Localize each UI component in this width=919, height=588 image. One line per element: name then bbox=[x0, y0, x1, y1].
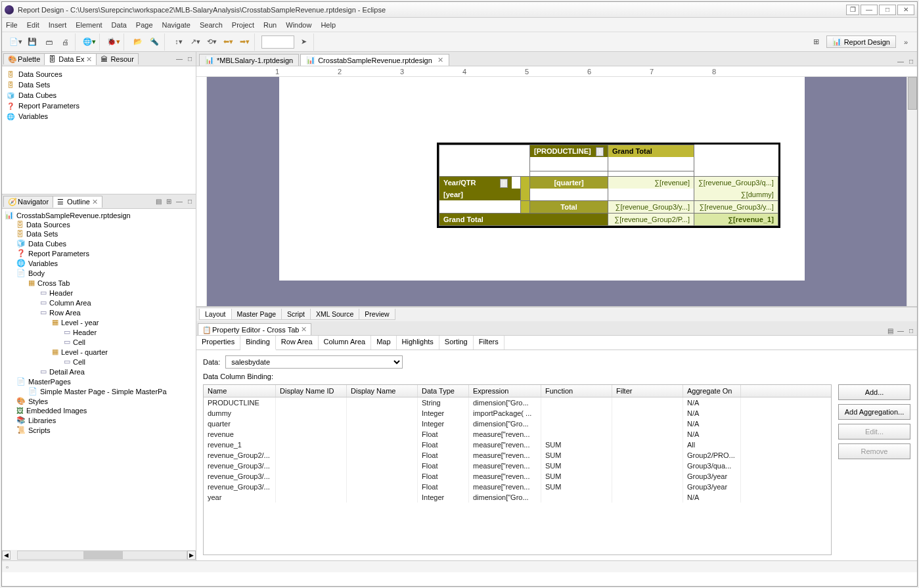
table-row[interactable]: PRODUCTLINEStringdimension["Gro...N/A bbox=[204, 397, 831, 408]
outline-root[interactable]: 📊CrosstabSampleRevenue.rptdesign bbox=[5, 210, 193, 220]
minimize-button[interactable]: — bbox=[861, 5, 878, 15]
zoom-select[interactable] bbox=[261, 35, 294, 49]
outline-scripts[interactable]: 📜Scripts bbox=[5, 425, 193, 435]
menu-project[interactable]: Project bbox=[232, 21, 254, 29]
table-row[interactable]: revenue_Group3/...Floatmeasure["reven...… bbox=[204, 471, 831, 482]
table-row[interactable]: revenue_Group3/...Floatmeasure["reven...… bbox=[204, 461, 831, 471]
window-button-aux[interactable]: ❐ bbox=[846, 5, 859, 15]
editor-tab-crosstabsample[interactable]: 📊 CrosstabSampleRevenue.rptdesign ✕ bbox=[300, 54, 449, 66]
table-row[interactable]: quarterIntegerdimension["Gro...N/A bbox=[204, 418, 831, 429]
menu-page[interactable]: Page bbox=[136, 21, 153, 29]
variables-item[interactable]: 🌐Variables bbox=[6, 111, 192, 122]
col-function[interactable]: Function bbox=[541, 385, 612, 397]
close-icon[interactable]: ✕ bbox=[92, 198, 98, 206]
menu-search[interactable]: Search bbox=[200, 21, 223, 29]
scroll-left-button[interactable]: ◀ bbox=[2, 551, 11, 560]
print-button[interactable]: 🖨 bbox=[58, 35, 72, 49]
nav-button-3[interactable]: ⟲▾ bbox=[204, 35, 219, 49]
yearqtr-cell[interactable]: Year/QTR bbox=[443, 179, 476, 187]
tab-preview[interactable]: Preview bbox=[359, 309, 395, 320]
revenue-g3y-a-cell[interactable]: ∑[revenue_Group3/y...] bbox=[608, 201, 694, 213]
debug-button[interactable]: 🐞▾ bbox=[106, 35, 121, 49]
save-all-button[interactable]: 🗃 bbox=[41, 35, 56, 49]
tab-master-page[interactable]: Master Page bbox=[231, 309, 282, 320]
col-name[interactable]: Name bbox=[204, 385, 276, 397]
menu-file[interactable]: File bbox=[6, 21, 18, 29]
outline-body[interactable]: 📄Body bbox=[5, 268, 193, 278]
outline-level-quarter-cell[interactable]: ▭Cell bbox=[5, 357, 193, 367]
minimize-editor-button[interactable]: — bbox=[896, 57, 905, 66]
menu-element[interactable]: Element bbox=[76, 21, 102, 29]
data-cubes-item[interactable]: 🧊Data Cubes bbox=[6, 90, 192, 101]
revenue-g2p-cell[interactable]: ∑[revenue_Group2/P...] bbox=[608, 214, 694, 225]
report-page[interactable]: [PRODUCTLINE]⋮ Grand Total Year/QTR⋮ [ye… bbox=[279, 77, 805, 281]
open-perspective-button[interactable]: ⊞ bbox=[809, 35, 824, 49]
outline-variables[interactable]: 🌐Variables bbox=[5, 258, 193, 268]
menu-data[interactable]: Data bbox=[112, 21, 127, 29]
maximize-panel-button[interactable]: □ bbox=[185, 197, 194, 206]
maximize-button[interactable]: □ bbox=[879, 5, 896, 15]
binding-table[interactable]: Name Display Name ID Display Name Data T… bbox=[203, 384, 832, 555]
subtab-properties[interactable]: Properties bbox=[196, 336, 240, 350]
search-button[interactable]: 🔦 bbox=[147, 35, 162, 49]
crosstab-widget[interactable]: [PRODUCTLINE]⋮ Grand Total Year/QTR⋮ [ye… bbox=[437, 143, 780, 228]
menu-window[interactable]: Window bbox=[286, 21, 311, 29]
edit-button[interactable]: Edit... bbox=[838, 424, 910, 440]
col-display-id[interactable]: Display Name ID bbox=[276, 385, 347, 397]
prop-toolbar-1[interactable]: ▤ bbox=[885, 326, 895, 335]
new-dropdown-button[interactable]: 📄▾ bbox=[9, 35, 23, 49]
outline-styles[interactable]: 🎨Styles bbox=[5, 396, 193, 406]
tab-xml-source[interactable]: XML Source bbox=[310, 309, 359, 320]
outline-level-quarter[interactable]: ▦Level - quarter bbox=[5, 347, 193, 357]
col-aggregate-on[interactable]: Aggregate On bbox=[683, 385, 741, 397]
table-row[interactable]: revenue_1Floatmeasure["reven...SUMAll bbox=[204, 440, 831, 450]
perspective-more[interactable]: » bbox=[899, 35, 913, 49]
outline-libraries[interactable]: 📚Libraries bbox=[5, 415, 193, 425]
revenue-cell[interactable]: ∑[revenue] bbox=[608, 177, 694, 189]
tab-property-editor[interactable]: 📋 Property Editor - Cross Tab ✕ bbox=[198, 323, 311, 335]
col-data-type[interactable]: Data Type bbox=[418, 385, 469, 397]
menu-edit[interactable]: Edit bbox=[27, 21, 39, 29]
subtab-column-area[interactable]: Column Area bbox=[319, 336, 372, 350]
add-aggregation-button[interactable]: Add Aggregation... bbox=[838, 404, 910, 420]
cursor-button[interactable]: ➤ bbox=[296, 35, 311, 49]
tab-layout[interactable]: Layout bbox=[199, 309, 232, 320]
grandtotal-row-cell[interactable]: Grand Total bbox=[439, 214, 608, 225]
nav-button-2[interactable]: ↗▾ bbox=[188, 35, 202, 49]
menu-help[interactable]: Help bbox=[321, 21, 336, 29]
outline-level-year-cell[interactable]: ▭Cell bbox=[5, 337, 193, 347]
subtab-map[interactable]: Map bbox=[371, 336, 396, 350]
menu-insert[interactable]: Insert bbox=[49, 21, 67, 29]
scrollbar-horizontal[interactable] bbox=[17, 551, 187, 560]
outline-embedded-images[interactable]: 🖼Embedded Images bbox=[5, 406, 193, 415]
year-cell[interactable]: [year] bbox=[443, 191, 463, 198]
col-expression[interactable]: Expression bbox=[469, 385, 541, 397]
outline-data-sources[interactable]: 🗄Data Sources bbox=[5, 220, 193, 229]
productline-cell[interactable]: [PRODUCTLINE] bbox=[534, 147, 591, 155]
outline-column-area[interactable]: ▭Column Area bbox=[5, 298, 193, 307]
close-icon[interactable]: ✕ bbox=[86, 55, 92, 64]
report-parameters-item[interactable]: ❓Report Parameters bbox=[6, 101, 192, 111]
data-sources-item[interactable]: 🗄Data Sources bbox=[6, 69, 192, 79]
revenue-g3q-cell[interactable]: ∑[revenue_Group3/q...] bbox=[694, 177, 778, 189]
table-row[interactable]: dummyIntegerimportPackage( ...N/A bbox=[204, 408, 831, 418]
subtab-highlights[interactable]: Highlights bbox=[397, 336, 439, 350]
outline-simple-master[interactable]: 📄Simple Master Page - Simple MasterPa bbox=[5, 386, 193, 396]
tab-outline[interactable]: ☰ Outline ✕ bbox=[53, 196, 102, 208]
maximize-editor-button[interactable]: □ bbox=[907, 57, 916, 66]
outline-report-parameters[interactable]: ❓Report Parameters bbox=[5, 248, 193, 258]
open-button[interactable]: 📂 bbox=[131, 35, 145, 49]
subtab-row-area[interactable]: Row Area bbox=[276, 336, 319, 350]
table-row[interactable]: revenue_Group2/...Floatmeasure["reven...… bbox=[204, 450, 831, 461]
outline-detail-area[interactable]: ▭Detail Area bbox=[5, 367, 193, 376]
minimize-panel-button[interactable]: — bbox=[896, 326, 905, 335]
close-icon[interactable]: ✕ bbox=[437, 56, 443, 64]
table-row[interactable]: yearIntegerdimension["Gro...N/A bbox=[204, 492, 831, 503]
col-display-name[interactable]: Display Name bbox=[347, 385, 418, 397]
menu-run[interactable]: Run bbox=[263, 21, 277, 29]
subtab-sorting[interactable]: Sorting bbox=[439, 336, 474, 350]
minimize-panel-button[interactable]: — bbox=[175, 55, 184, 64]
remove-button[interactable]: Remove bbox=[838, 443, 910, 459]
outline-crosstab[interactable]: ▦Cross Tab bbox=[5, 278, 193, 288]
tab-navigator[interactable]: 🧭 Navigator bbox=[3, 196, 53, 207]
